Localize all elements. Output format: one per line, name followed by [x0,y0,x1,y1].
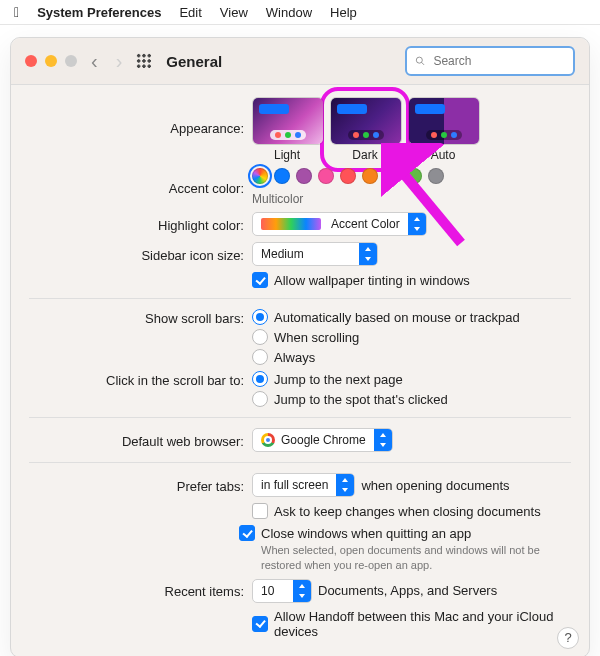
accent-swatch-yellow[interactable] [384,168,400,184]
search-input[interactable] [431,53,565,69]
close-windows-text: Close windows when quitting an app [261,526,471,541]
appearance-option-label: Light [252,148,322,162]
chrome-icon [261,433,275,447]
accent-swatch-multicolor[interactable] [252,168,268,184]
help-button[interactable]: ? [557,627,579,649]
macos-menubar:  System Preferences Edit View Window He… [0,0,600,25]
dropdown-stepper-icon [336,474,354,496]
menu-view[interactable]: View [220,5,248,20]
svg-point-0 [416,57,422,63]
back-button[interactable]: ‹ [87,51,102,71]
prefer-tabs-select[interactable]: in full screen [252,473,355,497]
sidebar-size-select[interactable]: Medium [252,242,378,266]
click-scroll-spot-radio[interactable] [252,391,268,407]
click-scroll-option-text: Jump to the spot that's clicked [274,392,448,407]
accent-swatch-red[interactable] [340,168,356,184]
section-divider [29,298,571,299]
wallpaper-tinting-text: Allow wallpaper tinting in windows [274,273,470,288]
scrollbars-option-text: When scrolling [274,330,359,345]
highlight-color-select[interactable]: Accent Color [252,212,427,236]
menu-window[interactable]: Window [266,5,312,20]
highlight-color-value: Accent Color [331,217,400,231]
dropdown-stepper-icon [359,243,377,265]
dropdown-stepper-icon [293,580,311,602]
close-windows-checkbox[interactable] [239,525,255,541]
menubar-app-name[interactable]: System Preferences [37,5,161,20]
accent-swatch-purple[interactable] [296,168,312,184]
accent-color-label: Accent color: [29,179,252,196]
default-browser-label: Default web browser: [29,432,252,449]
handoff-checkbox[interactable] [252,616,268,632]
scrollbars-label: Show scroll bars: [29,309,252,326]
accent-caption: Multicolor [252,192,571,206]
close-windows-note: When selected, open documents and window… [261,543,571,573]
default-browser-select[interactable]: Google Chrome [252,428,393,452]
click-scroll-option-text: Jump to the next page [274,372,403,387]
recent-items-suffix: Documents, Apps, and Servers [318,583,497,598]
preferences-window: ‹ › General Appearance: [10,37,590,656]
appearance-option-label: Auto [408,148,478,162]
apple-menu-icon[interactable]:  [14,4,19,20]
appearance-option-label: Dark [330,148,400,162]
prefer-tabs-label: Prefer tabs: [29,477,252,494]
ask-keep-changes-text: Ask to keep changes when closing documen… [274,504,541,519]
menu-edit[interactable]: Edit [179,5,201,20]
recent-items-value: 10 [253,584,293,598]
prefer-tabs-value: in full screen [253,478,336,492]
svg-line-1 [421,62,424,65]
accent-swatch-orange[interactable] [362,168,378,184]
close-window-button[interactable] [25,55,37,67]
wallpaper-tinting-checkbox[interactable] [252,272,268,288]
dropdown-stepper-icon [408,213,426,235]
forward-button[interactable]: › [112,51,127,71]
scrollbars-auto-radio[interactable] [252,309,268,325]
click-scroll-next-radio[interactable] [252,371,268,387]
sidebar-size-label: Sidebar icon size: [29,246,252,263]
handoff-text: Allow Handoff between this Mac and your … [274,609,571,639]
accent-swatch-graphite[interactable] [428,168,444,184]
prefer-tabs-suffix: when opening documents [361,478,509,493]
pane-title: General [166,53,222,70]
scrollbars-option-text: Always [274,350,315,365]
highlight-color-label: Highlight color: [29,216,252,233]
scrollbars-option-text: Automatically based on mouse or trackpad [274,310,520,325]
show-all-icon[interactable] [136,53,152,69]
section-divider [29,462,571,463]
click-scrollbar-label: Click in the scroll bar to: [29,371,252,388]
accent-swatch-blue[interactable] [274,168,290,184]
general-pane: Appearance: Light Dark [11,85,589,656]
dropdown-stepper-icon [374,429,392,451]
default-browser-value: Google Chrome [281,433,366,447]
appearance-option-light[interactable]: Light [252,97,322,162]
minimize-window-button[interactable] [45,55,57,67]
recent-items-label: Recent items: [29,582,252,599]
scrollbars-scrolling-radio[interactable] [252,329,268,345]
appearance-label: Appearance: [29,97,252,136]
appearance-option-auto[interactable]: Auto [408,97,478,162]
sidebar-size-value: Medium [253,247,359,261]
ask-keep-changes-checkbox[interactable] [252,503,268,519]
appearance-option-dark[interactable]: Dark [330,97,400,162]
window-toolbar: ‹ › General [11,38,589,85]
menu-help[interactable]: Help [330,5,357,20]
scrollbars-always-radio[interactable] [252,349,268,365]
accent-swatch-green[interactable] [406,168,422,184]
traffic-lights [25,55,77,67]
zoom-window-button[interactable] [65,55,77,67]
highlight-swatch-icon [261,218,321,230]
section-divider [29,417,571,418]
search-field[interactable] [405,46,575,76]
recent-items-select[interactable]: 10 [252,579,312,603]
accent-swatch-pink[interactable] [318,168,334,184]
search-icon [415,55,425,67]
